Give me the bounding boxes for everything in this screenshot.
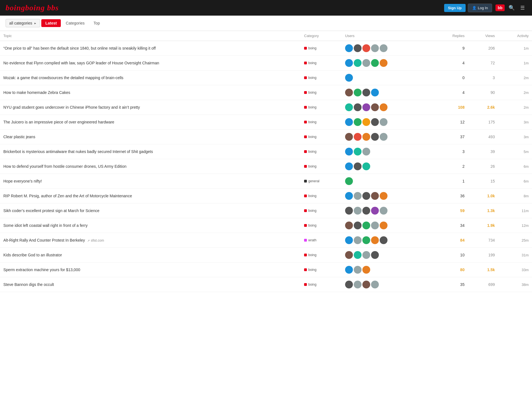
avatar[interactable] bbox=[362, 207, 370, 215]
topic-title[interactable]: How to make homemade Zebra Cakes bbox=[3, 90, 70, 95]
avatar[interactable] bbox=[380, 133, 387, 141]
avatar[interactable] bbox=[345, 148, 353, 155]
avatar[interactable] bbox=[362, 162, 370, 170]
avatar[interactable] bbox=[345, 44, 353, 52]
topic-title[interactable]: How to defend yourself from hostile cons… bbox=[3, 164, 126, 169]
topic-title[interactable]: Sikh coder’s excellent protest sign at M… bbox=[3, 208, 99, 213]
avatar[interactable] bbox=[354, 222, 362, 229]
avatar[interactable] bbox=[362, 281, 370, 288]
avatar[interactable] bbox=[371, 222, 379, 229]
avatar[interactable] bbox=[371, 281, 379, 288]
avatar[interactable] bbox=[354, 236, 362, 244]
topic-title[interactable]: Mozak: a game that crowdsources the deta… bbox=[3, 76, 123, 80]
avatar[interactable] bbox=[362, 266, 370, 274]
avatar[interactable] bbox=[354, 192, 362, 200]
external-link[interactable]: ➚ sfist.com bbox=[87, 239, 104, 242]
avatar[interactable] bbox=[371, 89, 379, 96]
avatar[interactable] bbox=[345, 222, 353, 229]
avatar[interactable] bbox=[354, 148, 362, 155]
avatar[interactable] bbox=[371, 251, 379, 259]
avatar[interactable] bbox=[354, 162, 362, 170]
category-tag[interactable]: boing bbox=[304, 120, 316, 124]
avatar[interactable] bbox=[345, 251, 353, 259]
category-tag[interactable]: boing bbox=[304, 253, 316, 257]
avatar[interactable] bbox=[354, 266, 362, 274]
avatar[interactable] bbox=[380, 59, 387, 67]
topic-title[interactable]: NYU grad student goes undercover in Chin… bbox=[3, 105, 140, 110]
avatar[interactable] bbox=[371, 133, 379, 141]
category-tag[interactable]: boing bbox=[304, 194, 316, 198]
category-tag[interactable]: boing bbox=[304, 223, 316, 227]
avatar[interactable] bbox=[371, 103, 379, 111]
topic-title[interactable]: Sperm extraction machine yours for $13,0… bbox=[3, 268, 80, 272]
topic-title[interactable]: RIP Robert M. Pirsig, author of Zen and … bbox=[3, 194, 132, 198]
avatar[interactable] bbox=[354, 103, 362, 111]
avatar[interactable] bbox=[380, 207, 387, 215]
bb-badge[interactable]: bb bbox=[495, 4, 505, 11]
category-tag[interactable]: boing bbox=[304, 46, 316, 50]
avatar[interactable] bbox=[362, 44, 370, 52]
avatar[interactable] bbox=[345, 133, 353, 141]
avatar[interactable] bbox=[362, 192, 370, 200]
avatar[interactable] bbox=[345, 281, 353, 288]
avatar[interactable] bbox=[345, 177, 353, 185]
avatar[interactable] bbox=[362, 133, 370, 141]
topic-title[interactable]: Brickerbot is mysterious antimalware tha… bbox=[3, 149, 153, 154]
category-tag[interactable]: boing bbox=[304, 209, 316, 213]
category-tag[interactable]: boing bbox=[304, 268, 316, 272]
login-button[interactable]: 👤 Log In bbox=[468, 4, 492, 12]
topic-title[interactable]: The Juicero is an impressive piece of ov… bbox=[3, 120, 114, 124]
category-tag[interactable]: boing bbox=[304, 283, 316, 286]
avatar[interactable] bbox=[371, 44, 379, 52]
avatar[interactable] bbox=[380, 44, 387, 52]
search-icon[interactable]: 🔍 bbox=[507, 4, 516, 12]
avatar[interactable] bbox=[362, 118, 370, 126]
avatar[interactable] bbox=[345, 192, 353, 200]
category-tag[interactable]: wrath bbox=[304, 238, 316, 242]
avatar[interactable] bbox=[371, 207, 379, 215]
topic-title[interactable]: “One price to all” has been the default … bbox=[3, 46, 156, 50]
avatar[interactable] bbox=[345, 59, 353, 67]
avatar[interactable] bbox=[380, 118, 387, 126]
signup-button[interactable]: Sign Up bbox=[444, 4, 466, 12]
avatar[interactable] bbox=[345, 266, 353, 274]
avatar[interactable] bbox=[371, 118, 379, 126]
avatar[interactable] bbox=[362, 251, 370, 259]
avatar[interactable] bbox=[354, 281, 362, 288]
avatar[interactable] bbox=[345, 89, 353, 96]
avatar[interactable] bbox=[380, 103, 387, 111]
category-tag[interactable]: boing bbox=[304, 76, 316, 80]
topic-title[interactable]: Steve Bannon digs the occult bbox=[3, 282, 54, 287]
category-tag[interactable]: boing bbox=[304, 61, 316, 65]
topic-title[interactable]: Alt-Right Rally And Counter Protest In B… bbox=[3, 238, 85, 242]
menu-icon[interactable]: ☰ bbox=[519, 4, 526, 12]
avatar[interactable] bbox=[362, 59, 370, 67]
category-tag[interactable]: boing bbox=[304, 105, 316, 109]
category-tag[interactable]: general bbox=[304, 179, 319, 183]
avatar[interactable] bbox=[371, 59, 379, 67]
category-tag[interactable]: boing bbox=[304, 135, 316, 139]
topic-title[interactable]: Hope everyone’s nifty! bbox=[3, 179, 42, 183]
avatar[interactable] bbox=[371, 236, 379, 244]
avatar[interactable] bbox=[380, 192, 387, 200]
avatar[interactable] bbox=[380, 222, 387, 229]
avatar[interactable] bbox=[380, 236, 387, 244]
avatar[interactable] bbox=[345, 74, 353, 82]
avatar[interactable] bbox=[362, 103, 370, 111]
avatar[interactable] bbox=[362, 236, 370, 244]
tab-top[interactable]: Top bbox=[90, 19, 104, 27]
avatar[interactable] bbox=[354, 251, 362, 259]
category-tag[interactable]: boing bbox=[304, 164, 316, 168]
topic-title[interactable]: Some idiot left coastal wall right in fr… bbox=[3, 223, 88, 228]
avatar[interactable] bbox=[354, 44, 362, 52]
avatar[interactable] bbox=[371, 192, 379, 200]
avatar[interactable] bbox=[354, 59, 362, 67]
tab-latest[interactable]: Latest bbox=[41, 19, 61, 27]
site-logo[interactable]: boingboing bbs bbox=[6, 3, 59, 12]
avatar[interactable] bbox=[345, 236, 353, 244]
topic-title[interactable]: No evidence that Flynn complied with law… bbox=[3, 61, 159, 65]
category-tag[interactable]: boing bbox=[304, 150, 316, 154]
avatar[interactable] bbox=[362, 89, 370, 96]
avatar[interactable] bbox=[354, 89, 362, 96]
avatar[interactable] bbox=[354, 118, 362, 126]
